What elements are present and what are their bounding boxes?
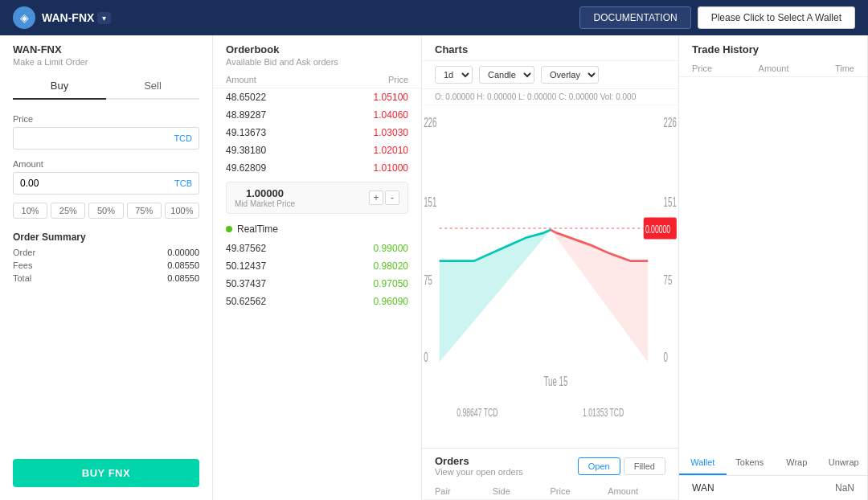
bid-rows: 49.875620.9900050.124370.9802050.374370.… <box>213 240 421 310</box>
svg-text:0: 0 <box>664 349 669 365</box>
pct-buttons-group: 10%25%50%75%100% <box>0 199 212 225</box>
chart-type-select[interactable]: Candle <box>479 66 534 84</box>
sell-tab[interactable]: Sell <box>106 73 199 98</box>
order-summary: Order Summary Order0.00000Fees0.08550Tot… <box>0 225 212 293</box>
orders-section: Orders View your open orders Open Filled… <box>422 448 678 500</box>
orders-subtitle: View your open orders <box>435 467 523 477</box>
pair-dropdown[interactable]: ▾ <box>97 12 111 24</box>
ask-row: 49.381801.02010 <box>213 141 421 159</box>
svg-text:1.01353 TCD: 1.01353 TCD <box>583 406 624 420</box>
header-left: ◈ WAN-FNX ▾ <box>13 6 111 29</box>
open-orders-tab[interactable]: Open <box>578 457 620 475</box>
orders-tabs: Open Filled <box>578 457 665 475</box>
price-input[interactable] <box>20 133 174 144</box>
overlay-select[interactable]: Overlay <box>541 66 599 84</box>
pct-button-75[interactable]: 75% <box>127 203 162 219</box>
trade-history-panel: Trade History Price Amount Time Wallet T… <box>679 35 868 500</box>
pair-text: WAN-FNX <box>42 11 94 24</box>
wallet-tab-tokens[interactable]: Tokens <box>727 451 774 475</box>
amount-input[interactable] <box>20 178 174 189</box>
chart-controls: 1d Candle Overlay <box>422 61 678 89</box>
chart-title: Charts <box>422 35 678 61</box>
realtime-dot <box>226 226 232 232</box>
ask-row: 48.892871.04060 <box>213 106 421 124</box>
pct-button-50[interactable]: 50% <box>88 203 123 219</box>
orders-col-pair: Pair <box>435 486 493 496</box>
mid-controls: + - <box>369 191 399 205</box>
svg-text:226: 226 <box>424 114 436 130</box>
chart-orders-panel: Charts 1d Candle Overlay O: 0.00000 H: 0… <box>422 35 679 500</box>
svg-text:0: 0 <box>424 349 428 365</box>
ob-ask-price: 1.01000 <box>374 162 408 174</box>
price-suffix: TCD <box>174 133 192 143</box>
ob-ask-amount: 49.38180 <box>226 145 266 156</box>
order-form-title: WAN-FNX <box>0 35 212 57</box>
ob-bid-amount: 49.87562 <box>226 243 266 254</box>
bid-row: 50.625620.96090 <box>213 293 421 310</box>
summary-label: Order <box>13 248 35 257</box>
bid-row: 50.124370.98020 <box>213 257 421 275</box>
summary-row: Order0.00000 <box>13 248 199 257</box>
orders-col-side: Side <box>493 486 551 496</box>
ob-col-price: Price <box>388 75 408 84</box>
ob-bid-price: 0.98020 <box>374 260 408 272</box>
buy-tab[interactable]: Buy <box>13 73 106 100</box>
orderbook-title: Orderbook <box>226 43 408 55</box>
filled-orders-tab[interactable]: Filled <box>624 457 665 475</box>
ob-bid-amount: 50.62562 <box>226 296 266 307</box>
orders-header: Orders View your open orders Open Filled <box>422 449 678 483</box>
wallet-tab-wallet[interactable]: Wallet <box>679 451 727 475</box>
ask-row: 49.136731.03030 <box>213 124 421 141</box>
svg-text:151: 151 <box>664 194 677 210</box>
ask-row: 49.628091.01000 <box>213 159 421 177</box>
orderbook-header: Orderbook Available Bid and Ask orders <box>213 35 421 72</box>
app-logo: ◈ <box>13 6 35 29</box>
price-input-wrapper[interactable]: TCD <box>13 127 199 150</box>
pct-button-100[interactable]: 100% <box>165 203 199 219</box>
select-wallet-button[interactable]: Please Click to Select A Wallet <box>698 6 855 29</box>
orders-col-price: Price <box>551 486 608 496</box>
pair-label: WAN-FNX ▾ <box>42 11 111 24</box>
summary-label: Fees <box>13 260 32 270</box>
chart-svg: 226 151 75 0 226 151 75 0 Tue 15 0 <box>422 105 678 448</box>
realtime-label: RealTime <box>237 223 278 235</box>
orderbook-panel: Orderbook Available Bid and Ask orders A… <box>213 35 422 500</box>
svg-text:75: 75 <box>424 272 432 288</box>
amount-suffix: TCB <box>174 178 192 188</box>
header-right: DOCUMENTATION Please Click to Select A W… <box>579 6 855 29</box>
trade-history-title: Trade History <box>679 35 867 60</box>
summary-value: 0.08550 <box>167 260 199 270</box>
trade-col-time: Time <box>835 64 854 73</box>
ob-ask-price: 1.04060 <box>374 109 408 121</box>
realtime-indicator: RealTime <box>213 219 421 240</box>
wallet-tab-unwrap[interactable]: Unwrap <box>821 451 868 475</box>
summary-label: Total <box>13 273 31 283</box>
mid-price-value: 1.00000 <box>235 187 295 199</box>
buy-sell-tabs: Buy Sell <box>13 73 199 100</box>
amount-input-wrapper[interactable]: TCB <box>13 172 199 195</box>
ob-ask-price: 1.02010 <box>374 145 408 156</box>
ob-bid-amount: 50.12437 <box>226 260 266 272</box>
wallet-token-balance: NaN <box>835 482 854 494</box>
mid-price-info: 1.00000 Mid Market Price <box>235 187 295 208</box>
ask-rows: 48.650221.0510048.892871.0406049.136731.… <box>213 88 421 177</box>
order-form-subtitle: Make a Limit Order <box>0 57 212 73</box>
mid-minus-button[interactable]: - <box>385 191 399 205</box>
pct-button-25[interactable]: 25% <box>51 203 85 219</box>
mid-plus-button[interactable]: + <box>369 191 383 205</box>
ob-bid-amount: 50.37437 <box>226 278 266 289</box>
svg-text:0.00000: 0.00000 <box>645 222 670 236</box>
timeframe-select[interactable]: 1d <box>435 66 473 84</box>
pct-button-10[interactable]: 10% <box>13 203 47 219</box>
wallet-tab-wrap[interactable]: Wrap <box>773 451 821 475</box>
summary-row: Fees0.08550 <box>13 260 199 270</box>
order-summary-title: Order Summary <box>13 232 199 243</box>
wallet-token-name: WAN <box>692 482 714 494</box>
bid-row: 50.374370.97050 <box>213 275 421 293</box>
header: ◈ WAN-FNX ▾ DOCUMENTATION Please Click t… <box>0 0 868 35</box>
orders-title: Orders <box>435 455 523 467</box>
ob-ask-amount: 49.62809 <box>226 162 266 174</box>
documentation-button[interactable]: DOCUMENTATION <box>579 6 690 29</box>
buy-fnx-button[interactable]: BUY FNX <box>13 459 199 487</box>
svg-text:151: 151 <box>424 194 436 210</box>
